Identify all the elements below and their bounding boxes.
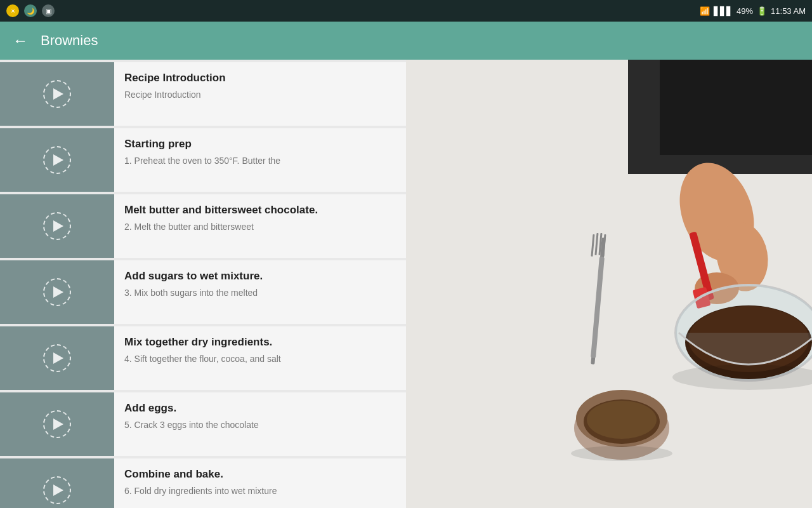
svg-rect-2	[660, 60, 812, 155]
step-item-3[interactable]: Add sugars to wet mixture. 3. Mix both s…	[0, 260, 406, 324]
battery-icon: 🔋	[757, 6, 767, 16]
step-desc-2: 2. Melt the butter and bittersweet	[124, 221, 396, 234]
step-thumbnail-3	[0, 260, 114, 324]
step-content-3: Add sugars to wet mixture. 3. Mix both s…	[114, 260, 406, 324]
time-display: 11:53 AM	[771, 6, 806, 16]
play-icon-5	[43, 410, 71, 438]
step-item-4[interactable]: Mix together dry ingredients. 4. Sift to…	[0, 326, 406, 390]
step-desc-4: 4. Sift together the flour, cocoa, and s…	[124, 353, 396, 366]
play-icon-0	[43, 80, 71, 108]
step-content-1: Starting prep 1. Preheat the oven to 350…	[114, 128, 406, 192]
main-layout: Recipe Introduction Recipe Introduction …	[0, 60, 812, 508]
steps-list: Recipe Introduction Recipe Introduction …	[0, 60, 406, 508]
step-thumbnail-5	[0, 392, 114, 456]
step-item-6[interactable]: Combine and bake. 6. Fold dry ingredient…	[0, 458, 406, 508]
step-item-2[interactable]: Melt butter and bittersweet chocolate. 2…	[0, 194, 406, 258]
box-icon: ▣	[42, 4, 55, 17]
play-triangle-1	[53, 154, 63, 166]
step-content-2: Melt butter and bittersweet chocolate. 2…	[114, 194, 406, 258]
step-thumbnail-6	[0, 458, 114, 508]
play-triangle-0	[53, 88, 63, 100]
wifi-icon: 📶	[700, 6, 710, 16]
step-desc-1: 1. Preheat the oven to 350°F. Butter the	[124, 155, 396, 168]
step-thumbnail-1	[0, 128, 114, 192]
step-desc-3: 3. Mix both sugars into the melted	[124, 287, 396, 300]
step-title-3: Add sugars to wet mixture.	[124, 269, 396, 283]
step-title-0: Recipe Introduction	[124, 71, 396, 85]
step-item-0[interactable]: Recipe Introduction Recipe Introduction	[0, 62, 406, 126]
step-content-6: Combine and bake. 6. Fold dry ingredient…	[114, 458, 406, 508]
play-triangle-4	[53, 352, 63, 364]
play-icon-6	[43, 476, 71, 504]
step-title-1: Starting prep	[124, 137, 396, 151]
play-triangle-6	[53, 485, 63, 496]
step-title-6: Combine and bake.	[124, 467, 396, 481]
play-icon-2	[43, 212, 71, 240]
step-desc-5: 5. Crack 3 eggs into the chocolate	[124, 419, 396, 432]
step-title-4: Mix together dry ingredients.	[124, 335, 396, 349]
back-button[interactable]: ←	[13, 32, 28, 50]
status-bar: ☀ 🌙 ▣ 📶 ▋▋▋ 49% 🔋 11:53 AM	[0, 0, 812, 22]
svg-point-23	[571, 446, 672, 461]
step-content-4: Mix together dry ingredients. 4. Sift to…	[114, 326, 406, 390]
step-content-5: Add eggs. 5. Crack 3 eggs into the choco…	[114, 392, 406, 456]
step-desc-6: 6. Fold dry ingredients into wet mixture	[124, 485, 396, 498]
step-item-5[interactable]: Add eggs. 5. Crack 3 eggs into the choco…	[0, 392, 406, 456]
play-triangle-3	[53, 286, 63, 298]
play-icon-1	[43, 146, 71, 174]
play-triangle-2	[53, 220, 63, 232]
app-bar: ← Brownies	[0, 22, 812, 60]
step-title-5: Add eggs.	[124, 401, 396, 415]
moon-icon: 🌙	[24, 4, 37, 17]
step-thumbnail-0	[0, 62, 114, 126]
play-triangle-5	[53, 418, 63, 430]
signal-icon: ▋▋▋	[714, 6, 733, 16]
play-icon-4	[43, 344, 71, 372]
step-content-0: Recipe Introduction Recipe Introduction	[114, 62, 406, 126]
status-bar-left: ☀ 🌙 ▣	[6, 4, 55, 17]
step-thumbnail-4	[0, 326, 114, 390]
step-desc-0: Recipe Introduction	[124, 89, 396, 102]
svg-point-21	[587, 401, 657, 439]
step-thumbnail-2	[0, 194, 114, 258]
page-title: Brownies	[41, 32, 98, 49]
video-panel	[406, 60, 812, 508]
sun-icon: ☀	[6, 4, 19, 17]
step-title-2: Melt butter and bittersweet chocolate.	[124, 203, 396, 217]
battery-percentage: 49%	[737, 6, 753, 16]
step-item-1[interactable]: Starting prep 1. Preheat the oven to 350…	[0, 128, 406, 192]
play-icon-3	[43, 278, 71, 306]
status-bar-right: 📶 ▋▋▋ 49% 🔋 11:53 AM	[700, 6, 806, 16]
